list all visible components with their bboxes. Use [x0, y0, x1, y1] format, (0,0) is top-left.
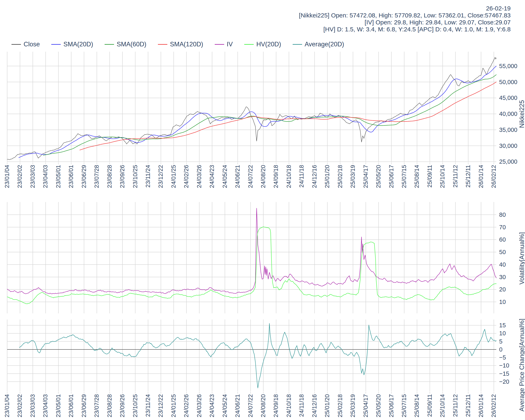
x-tick-label: 23/03/03 — [29, 165, 36, 188]
x-tick-label: 24/08/20 — [260, 165, 266, 188]
x-tick-label: 23/08/28 — [106, 394, 113, 417]
x-tick-label: 23/06/29 — [81, 165, 87, 188]
x-tick-label: 25/12/11 — [465, 165, 471, 188]
x-tick-label: 25/04/17 — [363, 394, 369, 417]
y-tick-label: 60 — [499, 236, 506, 243]
price-plot-area[interactable] — [7, 52, 496, 162]
x-tick-label: 23/06/29 — [81, 394, 87, 417]
y-tick-label: 15 — [499, 322, 506, 329]
x-tick-label: 25/07/15 — [401, 394, 407, 417]
x-tick-label: 24/10/18 — [286, 394, 292, 417]
x-tick-label: 23/02/02 — [17, 165, 23, 188]
x-tick-label: 24/08/20 — [260, 394, 266, 417]
x-tick-label: 24/02/26 — [183, 394, 189, 417]
x-tick-label: 25/09/11 — [427, 394, 433, 417]
x-tick-label: 24/07/22 — [247, 394, 254, 417]
y-tick-label: 40 — [499, 261, 506, 268]
x-tick-label: 23/11/24 — [145, 165, 151, 188]
y-tick-label: 40,000 — [499, 111, 517, 117]
x-tick-label: 25/10/14 — [439, 165, 446, 188]
x-tick-label: 25/08/14 — [414, 165, 420, 188]
x-tick-label: 24/12/16 — [311, 165, 318, 188]
x-tick-label: 23/07/28 — [94, 165, 100, 188]
y-tick-label: 5 — [499, 338, 502, 345]
x-tick-label: 25/08/14 — [414, 394, 420, 417]
x-tick-label: 25/06/17 — [388, 165, 394, 188]
x-tick-label: 23/12/22 — [158, 394, 164, 417]
x-tick-label: 25/01/20 — [324, 394, 330, 417]
y-tick-label: 30,000 — [499, 142, 517, 149]
x-tick-label: 24/04/23 — [209, 394, 215, 417]
y-axis-title-volatility: Volatility[Annual%] — [518, 232, 525, 284]
x-tick-label: 25/11/12 — [452, 394, 459, 417]
y-tick-label: −20 — [499, 378, 509, 385]
y-tick-label: 50 — [499, 249, 506, 255]
x-tick-label: 25/05/20 — [375, 165, 382, 188]
x-tick-label: 24/11/18 — [298, 394, 305, 417]
x-tick-label: 24/02/26 — [183, 165, 189, 188]
x-tick-label: 24/05/24 — [222, 394, 228, 417]
x-tick-label: 23/12/22 — [158, 165, 164, 188]
x-tick-label: 25/12/11 — [465, 394, 471, 417]
y-tick-label: −15 — [499, 370, 509, 377]
y-tick-label: 45,000 — [499, 94, 517, 101]
x-tick-label: 24/03/26 — [196, 165, 202, 188]
x-tick-label: 23/06/01 — [68, 165, 74, 188]
x-tick-label: 25/06/17 — [388, 394, 394, 417]
x-tick-label: 24/06/21 — [234, 165, 241, 188]
x-tick-label: 24/05/24 — [222, 165, 228, 188]
x-tick-label: 24/11/18 — [298, 165, 305, 188]
x-tick-label: 25/02/18 — [337, 165, 343, 188]
y-tick-label: 80 — [499, 211, 506, 218]
x-tick-label: 26/01/14 — [478, 165, 484, 188]
x-tick-label: 26/02/12 — [491, 394, 497, 417]
y-axis-title-price: Nikkei225 — [518, 100, 525, 128]
y-tick-label: 30 — [499, 274, 506, 280]
x-tick-label: 23/09/26 — [119, 165, 125, 188]
x-tick-label: 23/10/25 — [132, 165, 138, 188]
x-tick-label: 23/08/28 — [106, 165, 113, 188]
x-tick-label: 24/09/18 — [273, 394, 279, 417]
x-tick-label: 23/01/04 — [4, 165, 10, 188]
y-tick-label: −10 — [499, 362, 509, 369]
x-tick-label: 23/02/02 — [17, 394, 23, 417]
x-tick-label: 25/10/14 — [439, 394, 446, 417]
x-tick-label: 25/03/19 — [350, 165, 356, 188]
x-tick-label: 23/10/25 — [132, 394, 138, 417]
y-tick-label: 50,000 — [499, 79, 517, 85]
x-tick-label: 25/01/20 — [324, 165, 330, 188]
x-tick-label: 24/10/18 — [286, 165, 292, 188]
x-tick-label: 24/03/26 — [196, 394, 202, 417]
x-tick-label: 25/02/18 — [337, 394, 343, 417]
x-tick-label: 25/07/15 — [401, 165, 407, 188]
y-tick-label: 10 — [499, 299, 506, 305]
x-tick-label: 25/04/17 — [363, 165, 369, 188]
x-tick-label: 23/09/26 — [119, 394, 125, 417]
y-tick-label: 0 — [499, 346, 502, 353]
y-tick-label: 35,000 — [499, 126, 517, 133]
x-tick-label: 23/06/01 — [68, 394, 74, 417]
chart-root: 26-02-19 [Nikkei225] Open: 57472.08, Hig… — [0, 0, 525, 420]
x-tick-label: 26/01/14 — [478, 394, 484, 417]
y-tick-label: 25,000 — [499, 158, 517, 165]
x-tick-label: 23/04/03 — [42, 165, 49, 188]
x-tick-label: 24/07/22 — [247, 165, 254, 188]
multi-panel-chart — [0, 0, 525, 420]
y-tick-label: 55,000 — [499, 63, 517, 69]
x-tick-label: 23/03/03 — [29, 394, 36, 417]
x-tick-label: 26/02/12 — [491, 165, 497, 188]
x-tick-label: 25/03/19 — [350, 394, 356, 417]
x-tick-label: 25/11/12 — [452, 165, 459, 188]
x-tick-label: 24/09/18 — [273, 165, 279, 188]
x-tick-label: 24/01/25 — [170, 394, 177, 417]
x-tick-label: 25/09/11 — [427, 165, 433, 188]
y-tick-label: 70 — [499, 224, 506, 231]
x-tick-label: 25/05/20 — [375, 394, 382, 417]
y-axis-title-average-price-change: Average Price Change[Annual%] — [518, 319, 525, 411]
y-tick-label: 10 — [499, 330, 506, 337]
x-tick-label: 23/01/04 — [4, 394, 10, 417]
x-tick-label: 23/05/01 — [55, 165, 62, 188]
x-tick-label: 23/11/24 — [145, 394, 151, 417]
average-price-change-plot-area[interactable] — [7, 319, 496, 391]
x-tick-label: 24/01/25 — [170, 165, 177, 188]
